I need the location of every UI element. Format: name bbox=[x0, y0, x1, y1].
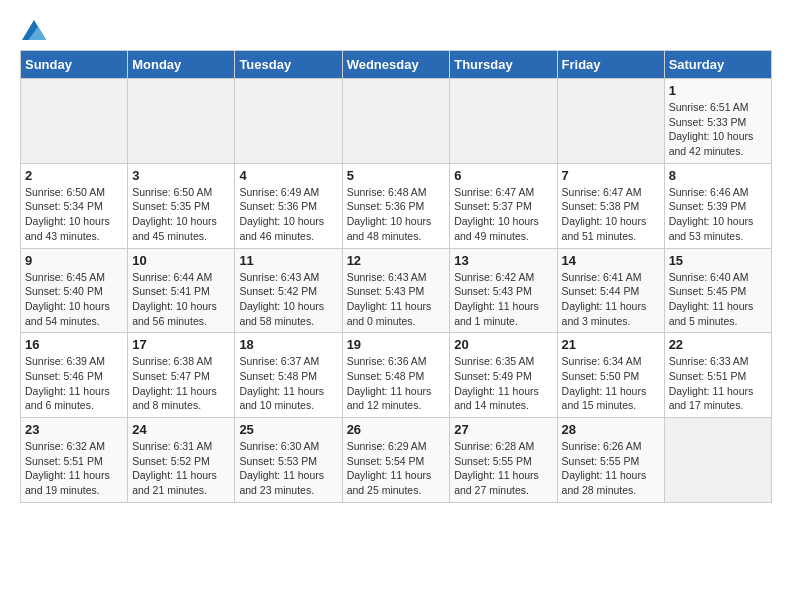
calendar-cell bbox=[342, 79, 450, 164]
day-info: Sunrise: 6:31 AM Sunset: 5:52 PM Dayligh… bbox=[132, 439, 230, 498]
calendar-cell: 9Sunrise: 6:45 AM Sunset: 5:40 PM Daylig… bbox=[21, 248, 128, 333]
calendar-cell: 24Sunrise: 6:31 AM Sunset: 5:52 PM Dayli… bbox=[128, 418, 235, 503]
day-number: 2 bbox=[25, 168, 123, 183]
day-number: 12 bbox=[347, 253, 446, 268]
day-number: 9 bbox=[25, 253, 123, 268]
day-number: 7 bbox=[562, 168, 660, 183]
day-number: 25 bbox=[239, 422, 337, 437]
day-number: 1 bbox=[669, 83, 767, 98]
calendar-header-row: SundayMondayTuesdayWednesdayThursdayFrid… bbox=[21, 51, 772, 79]
day-info: Sunrise: 6:46 AM Sunset: 5:39 PM Dayligh… bbox=[669, 185, 767, 244]
calendar-cell: 18Sunrise: 6:37 AM Sunset: 5:48 PM Dayli… bbox=[235, 333, 342, 418]
calendar-cell: 22Sunrise: 6:33 AM Sunset: 5:51 PM Dayli… bbox=[664, 333, 771, 418]
calendar-week-4: 16Sunrise: 6:39 AM Sunset: 5:46 PM Dayli… bbox=[21, 333, 772, 418]
calendar-week-1: 1Sunrise: 6:51 AM Sunset: 5:33 PM Daylig… bbox=[21, 79, 772, 164]
day-info: Sunrise: 6:37 AM Sunset: 5:48 PM Dayligh… bbox=[239, 354, 337, 413]
weekday-header-sunday: Sunday bbox=[21, 51, 128, 79]
calendar-cell: 25Sunrise: 6:30 AM Sunset: 5:53 PM Dayli… bbox=[235, 418, 342, 503]
day-number: 20 bbox=[454, 337, 552, 352]
day-info: Sunrise: 6:38 AM Sunset: 5:47 PM Dayligh… bbox=[132, 354, 230, 413]
day-info: Sunrise: 6:28 AM Sunset: 5:55 PM Dayligh… bbox=[454, 439, 552, 498]
day-number: 23 bbox=[25, 422, 123, 437]
day-number: 13 bbox=[454, 253, 552, 268]
page-header bbox=[20, 20, 772, 40]
day-info: Sunrise: 6:36 AM Sunset: 5:48 PM Dayligh… bbox=[347, 354, 446, 413]
calendar-cell bbox=[128, 79, 235, 164]
day-info: Sunrise: 6:29 AM Sunset: 5:54 PM Dayligh… bbox=[347, 439, 446, 498]
calendar-cell: 7Sunrise: 6:47 AM Sunset: 5:38 PM Daylig… bbox=[557, 163, 664, 248]
calendar-cell: 16Sunrise: 6:39 AM Sunset: 5:46 PM Dayli… bbox=[21, 333, 128, 418]
calendar-cell: 20Sunrise: 6:35 AM Sunset: 5:49 PM Dayli… bbox=[450, 333, 557, 418]
day-info: Sunrise: 6:26 AM Sunset: 5:55 PM Dayligh… bbox=[562, 439, 660, 498]
calendar-cell bbox=[450, 79, 557, 164]
day-number: 6 bbox=[454, 168, 552, 183]
logo bbox=[20, 20, 46, 40]
day-info: Sunrise: 6:50 AM Sunset: 5:34 PM Dayligh… bbox=[25, 185, 123, 244]
day-number: 24 bbox=[132, 422, 230, 437]
calendar-cell bbox=[664, 418, 771, 503]
weekday-header-tuesday: Tuesday bbox=[235, 51, 342, 79]
day-info: Sunrise: 6:43 AM Sunset: 5:42 PM Dayligh… bbox=[239, 270, 337, 329]
calendar-week-3: 9Sunrise: 6:45 AM Sunset: 5:40 PM Daylig… bbox=[21, 248, 772, 333]
day-info: Sunrise: 6:39 AM Sunset: 5:46 PM Dayligh… bbox=[25, 354, 123, 413]
weekday-header-monday: Monday bbox=[128, 51, 235, 79]
day-info: Sunrise: 6:42 AM Sunset: 5:43 PM Dayligh… bbox=[454, 270, 552, 329]
day-number: 28 bbox=[562, 422, 660, 437]
day-info: Sunrise: 6:48 AM Sunset: 5:36 PM Dayligh… bbox=[347, 185, 446, 244]
day-number: 17 bbox=[132, 337, 230, 352]
calendar-cell bbox=[557, 79, 664, 164]
calendar-cell: 8Sunrise: 6:46 AM Sunset: 5:39 PM Daylig… bbox=[664, 163, 771, 248]
day-number: 8 bbox=[669, 168, 767, 183]
calendar-cell: 21Sunrise: 6:34 AM Sunset: 5:50 PM Dayli… bbox=[557, 333, 664, 418]
calendar-cell: 10Sunrise: 6:44 AM Sunset: 5:41 PM Dayli… bbox=[128, 248, 235, 333]
day-info: Sunrise: 6:43 AM Sunset: 5:43 PM Dayligh… bbox=[347, 270, 446, 329]
day-info: Sunrise: 6:32 AM Sunset: 5:51 PM Dayligh… bbox=[25, 439, 123, 498]
day-info: Sunrise: 6:34 AM Sunset: 5:50 PM Dayligh… bbox=[562, 354, 660, 413]
calendar-cell: 2Sunrise: 6:50 AM Sunset: 5:34 PM Daylig… bbox=[21, 163, 128, 248]
calendar-cell: 17Sunrise: 6:38 AM Sunset: 5:47 PM Dayli… bbox=[128, 333, 235, 418]
day-number: 5 bbox=[347, 168, 446, 183]
calendar-cell: 19Sunrise: 6:36 AM Sunset: 5:48 PM Dayli… bbox=[342, 333, 450, 418]
day-info: Sunrise: 6:47 AM Sunset: 5:37 PM Dayligh… bbox=[454, 185, 552, 244]
calendar-week-5: 23Sunrise: 6:32 AM Sunset: 5:51 PM Dayli… bbox=[21, 418, 772, 503]
day-number: 26 bbox=[347, 422, 446, 437]
calendar-cell: 15Sunrise: 6:40 AM Sunset: 5:45 PM Dayli… bbox=[664, 248, 771, 333]
calendar-cell: 27Sunrise: 6:28 AM Sunset: 5:55 PM Dayli… bbox=[450, 418, 557, 503]
day-number: 18 bbox=[239, 337, 337, 352]
day-info: Sunrise: 6:30 AM Sunset: 5:53 PM Dayligh… bbox=[239, 439, 337, 498]
calendar-cell: 3Sunrise: 6:50 AM Sunset: 5:35 PM Daylig… bbox=[128, 163, 235, 248]
day-info: Sunrise: 6:35 AM Sunset: 5:49 PM Dayligh… bbox=[454, 354, 552, 413]
calendar-cell bbox=[235, 79, 342, 164]
day-info: Sunrise: 6:49 AM Sunset: 5:36 PM Dayligh… bbox=[239, 185, 337, 244]
day-info: Sunrise: 6:40 AM Sunset: 5:45 PM Dayligh… bbox=[669, 270, 767, 329]
day-info: Sunrise: 6:50 AM Sunset: 5:35 PM Dayligh… bbox=[132, 185, 230, 244]
day-info: Sunrise: 6:47 AM Sunset: 5:38 PM Dayligh… bbox=[562, 185, 660, 244]
calendar-cell: 6Sunrise: 6:47 AM Sunset: 5:37 PM Daylig… bbox=[450, 163, 557, 248]
calendar-table: SundayMondayTuesdayWednesdayThursdayFrid… bbox=[20, 50, 772, 503]
day-number: 22 bbox=[669, 337, 767, 352]
day-number: 3 bbox=[132, 168, 230, 183]
calendar-cell: 14Sunrise: 6:41 AM Sunset: 5:44 PM Dayli… bbox=[557, 248, 664, 333]
weekday-header-friday: Friday bbox=[557, 51, 664, 79]
calendar-cell: 12Sunrise: 6:43 AM Sunset: 5:43 PM Dayli… bbox=[342, 248, 450, 333]
day-number: 14 bbox=[562, 253, 660, 268]
day-number: 16 bbox=[25, 337, 123, 352]
weekday-header-wednesday: Wednesday bbox=[342, 51, 450, 79]
day-info: Sunrise: 6:44 AM Sunset: 5:41 PM Dayligh… bbox=[132, 270, 230, 329]
calendar-cell: 5Sunrise: 6:48 AM Sunset: 5:36 PM Daylig… bbox=[342, 163, 450, 248]
day-info: Sunrise: 6:33 AM Sunset: 5:51 PM Dayligh… bbox=[669, 354, 767, 413]
day-info: Sunrise: 6:45 AM Sunset: 5:40 PM Dayligh… bbox=[25, 270, 123, 329]
logo-icon bbox=[22, 20, 46, 40]
day-number: 11 bbox=[239, 253, 337, 268]
calendar-cell: 11Sunrise: 6:43 AM Sunset: 5:42 PM Dayli… bbox=[235, 248, 342, 333]
calendar-cell bbox=[21, 79, 128, 164]
calendar-cell: 26Sunrise: 6:29 AM Sunset: 5:54 PM Dayli… bbox=[342, 418, 450, 503]
day-number: 21 bbox=[562, 337, 660, 352]
day-info: Sunrise: 6:51 AM Sunset: 5:33 PM Dayligh… bbox=[669, 100, 767, 159]
day-number: 19 bbox=[347, 337, 446, 352]
day-number: 27 bbox=[454, 422, 552, 437]
calendar-cell: 1Sunrise: 6:51 AM Sunset: 5:33 PM Daylig… bbox=[664, 79, 771, 164]
day-number: 10 bbox=[132, 253, 230, 268]
calendar-week-2: 2Sunrise: 6:50 AM Sunset: 5:34 PM Daylig… bbox=[21, 163, 772, 248]
calendar-cell: 13Sunrise: 6:42 AM Sunset: 5:43 PM Dayli… bbox=[450, 248, 557, 333]
